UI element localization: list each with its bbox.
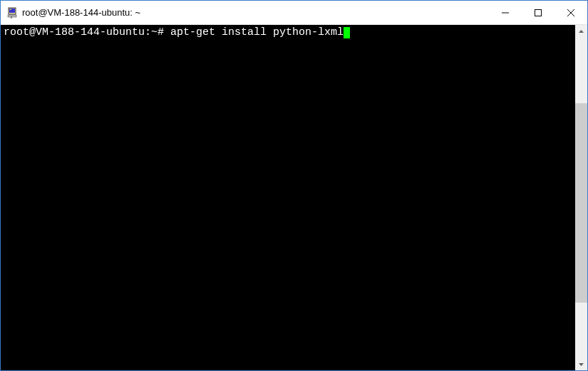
window-controls: [489, 1, 587, 24]
scrollbar-thumb[interactable]: [575, 103, 587, 303]
window-title: root@VM-188-144-ubuntu: ~: [22, 7, 489, 18]
scroll-down-button[interactable]: [575, 358, 587, 370]
svg-rect-6: [535, 9, 542, 16]
terminal-body: root@VM-188-144-ubuntu:~# apt-get instal…: [1, 25, 587, 370]
svg-rect-3: [8, 15, 16, 17]
vertical-scrollbar[interactable]: [575, 25, 587, 370]
close-icon: [567, 9, 574, 16]
text-cursor: [344, 27, 350, 38]
putty-icon: [6, 7, 18, 19]
minimize-button[interactable]: [489, 1, 522, 24]
terminal-window: root@VM-188-144-ubuntu: ~ root@VM-188-14: [0, 0, 588, 371]
chevron-up-icon: [579, 30, 584, 33]
maximize-icon: [535, 9, 542, 16]
title-bar[interactable]: root@VM-188-144-ubuntu: ~: [1, 1, 587, 25]
chevron-down-icon: [579, 363, 584, 366]
command-input: apt-get install python-lxml: [170, 26, 344, 38]
scroll-up-button[interactable]: [575, 25, 587, 37]
shell-prompt: root@VM-188-144-ubuntu:~#: [4, 26, 170, 38]
close-button[interactable]: [555, 1, 587, 24]
terminal-output[interactable]: root@VM-188-144-ubuntu:~# apt-get instal…: [1, 25, 575, 370]
svg-rect-1: [9, 9, 15, 13]
svg-rect-2: [10, 9, 11, 10]
maximize-button[interactable]: [522, 1, 555, 24]
minimize-icon: [502, 9, 509, 16]
